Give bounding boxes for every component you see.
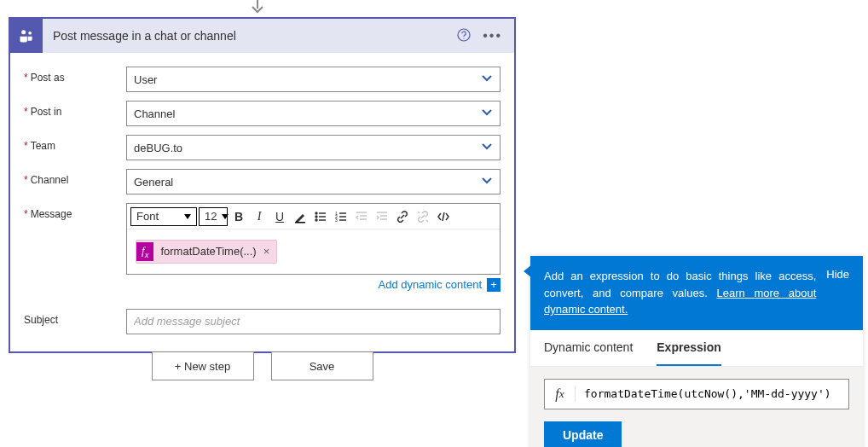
help-icon[interactable] <box>457 28 471 44</box>
label-channel: *Channel <box>24 169 126 186</box>
label-subject: Subject <box>24 309 126 326</box>
label-post-as: *Post as <box>24 67 126 84</box>
color-picker-icon[interactable] <box>291 207 310 226</box>
svg-point-2 <box>458 29 470 41</box>
svg-point-0 <box>21 30 26 34</box>
code-view-icon[interactable] <box>434 207 453 226</box>
token-remove-icon[interactable]: × <box>263 245 270 258</box>
add-dynamic-content-link[interactable]: Add dynamic content <box>379 278 482 291</box>
underline-icon[interactable]: U <box>270 207 289 226</box>
card-title: Post message in a chat or channel <box>43 29 457 43</box>
unlink-icon <box>414 207 432 226</box>
update-button[interactable]: Update <box>544 421 622 448</box>
label-message: *Message <box>24 203 126 220</box>
tab-dynamic-content[interactable]: Dynamic content <box>544 330 633 366</box>
svg-point-5 <box>315 212 317 214</box>
rich-text-editor: Font 12 B I U 123 <box>126 203 501 275</box>
connector-arrow-down <box>249 0 266 15</box>
svg-point-1 <box>28 32 32 35</box>
rte-toolbar: Font 12 B I U 123 <box>127 204 500 229</box>
italic-icon[interactable]: I <box>250 207 269 226</box>
select-team-value: deBUG.to <box>134 142 182 154</box>
rte-fontsize-select[interactable]: 12 <box>199 207 228 226</box>
expression-token[interactable]: fx formatDateTime(...) × <box>136 240 277 264</box>
teams-icon <box>10 19 43 53</box>
chevron-down-icon <box>481 141 493 155</box>
outdent-icon <box>352 207 371 226</box>
svg-text:3: 3 <box>335 218 338 223</box>
more-menu-icon[interactable]: ••• <box>483 29 502 43</box>
save-button[interactable]: Save <box>271 351 373 380</box>
expression-input-wrap: fx <box>544 379 849 409</box>
dropdown-triangle-icon <box>184 214 191 219</box>
fx-badge-icon: fx <box>136 242 153 261</box>
expression-tabs: Dynamic content Expression <box>530 330 863 367</box>
expression-token-text: formatDateTime(...) <box>160 245 256 258</box>
svg-point-7 <box>315 216 317 218</box>
select-channel-value: General <box>134 176 173 189</box>
select-post-in[interactable]: Channel <box>126 101 501 126</box>
action-card: Post message in a chat or channel ••• *P… <box>9 17 516 353</box>
expression-banner: Add an expression to do basic things lik… <box>530 256 863 330</box>
select-post-as[interactable]: User <box>126 67 501 92</box>
add-dynamic-content-plus-icon[interactable]: + <box>487 278 501 292</box>
expression-panel: Add an expression to do basic things lik… <box>530 256 863 447</box>
select-team[interactable]: deBUG.to <box>126 135 501 160</box>
svg-point-9 <box>315 219 317 221</box>
card-header: Post message in a chat or channel ••• <box>10 19 514 53</box>
subject-input[interactable] <box>126 309 501 334</box>
link-icon[interactable] <box>393 207 412 226</box>
select-post-in-value: Channel <box>134 107 175 120</box>
expression-input[interactable] <box>576 380 848 409</box>
svg-rect-4 <box>295 222 305 224</box>
bold-icon[interactable]: B <box>229 207 248 226</box>
number-list-icon[interactable]: 123 <box>332 207 350 226</box>
bullet-list-icon[interactable] <box>311 207 330 226</box>
new-step-button[interactable]: + New step <box>152 351 254 380</box>
tab-expression[interactable]: Expression <box>657 330 720 366</box>
chevron-down-icon <box>481 175 493 189</box>
select-post-as-value: User <box>134 73 157 86</box>
label-team: *Team <box>24 135 126 152</box>
svg-point-3 <box>464 38 465 38</box>
hide-banner-button[interactable]: Hide <box>826 268 849 318</box>
select-channel[interactable]: General <box>126 169 501 194</box>
chevron-down-icon <box>481 73 493 87</box>
fx-icon: fx <box>545 386 576 402</box>
rte-content[interactable]: fx formatDateTime(...) × <box>127 229 500 274</box>
dropdown-triangle-icon <box>222 214 229 219</box>
indent-icon <box>373 207 391 226</box>
rte-font-select[interactable]: Font <box>130 207 197 226</box>
chevron-down-icon <box>481 107 493 121</box>
label-post-in: *Post in <box>24 101 126 118</box>
